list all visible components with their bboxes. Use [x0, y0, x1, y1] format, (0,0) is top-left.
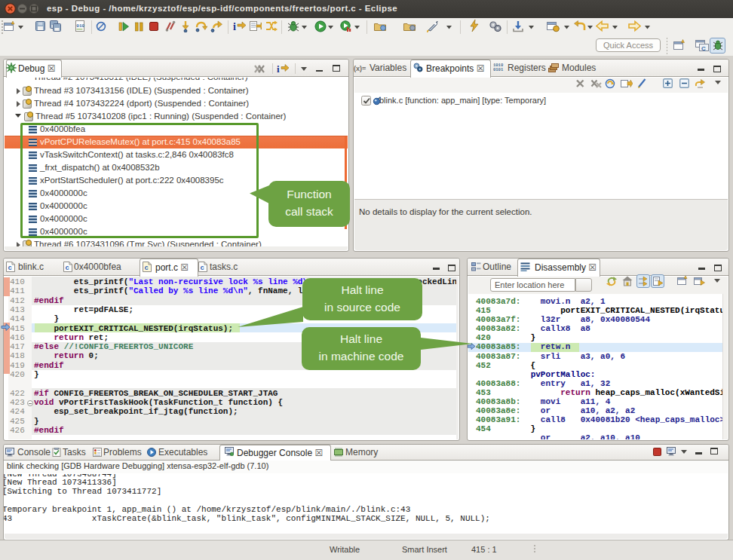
svg-text:i: i [233, 21, 236, 32]
svg-text:c: c [201, 265, 204, 272]
svg-text:i: i [277, 63, 280, 75]
svg-text:C: C [701, 45, 706, 52]
svg-text:010: 010 [76, 23, 84, 29]
svg-text:c: c [145, 265, 149, 272]
svg-text:c: c [66, 265, 69, 272]
svg-text:c: c [8, 265, 12, 272]
